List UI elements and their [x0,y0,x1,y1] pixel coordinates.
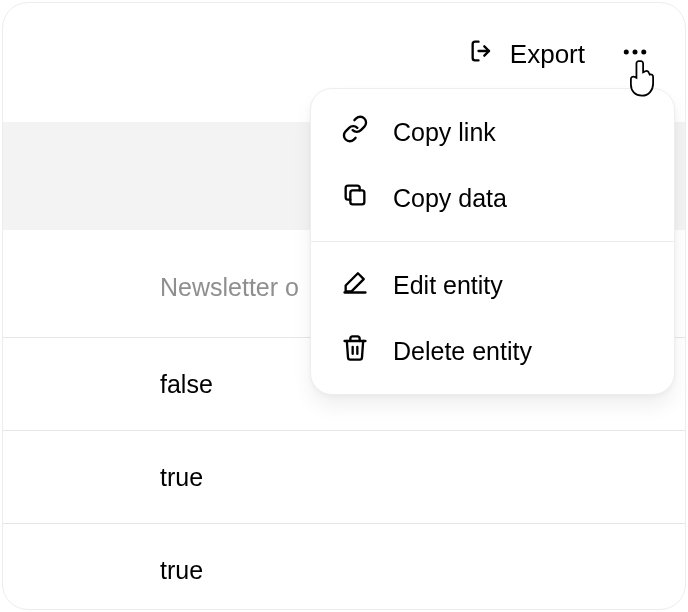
copy-icon [341,181,369,215]
menu-item-edit-entity[interactable]: Edit entity [311,252,674,318]
export-label: Export [510,39,585,70]
table-row[interactable]: true [3,430,685,523]
context-menu: Copy link Copy data [310,88,675,395]
link-icon [341,115,369,149]
menu-item-label: Delete entity [393,337,532,366]
svg-point-1 [624,50,629,55]
export-button[interactable]: Export [468,37,585,72]
svg-point-2 [633,50,638,55]
export-icon [468,37,496,72]
table-row[interactable]: true [3,523,685,610]
trash-icon [341,334,369,368]
menu-section: Edit entity Delete entity [311,242,674,394]
menu-item-copy-link[interactable]: Copy link [311,99,674,165]
cell-value: true [160,463,203,492]
cell-value: true [160,556,203,585]
more-button[interactable] [617,36,653,72]
topbar: Export [3,3,685,83]
column-header-label: Newsletter o [160,273,299,301]
cell-value: false [160,370,213,399]
menu-item-label: Copy link [393,118,496,147]
svg-point-3 [641,50,646,55]
app-frame: Export Newsletter o false true true [2,2,686,610]
edit-icon [341,268,369,302]
menu-item-copy-data[interactable]: Copy data [311,165,674,231]
menu-item-label: Edit entity [393,271,503,300]
menu-item-label: Copy data [393,184,507,213]
svg-rect-4 [350,190,364,204]
menu-item-delete-entity[interactable]: Delete entity [311,318,674,384]
more-icon [620,37,650,71]
menu-section: Copy link Copy data [311,89,674,241]
